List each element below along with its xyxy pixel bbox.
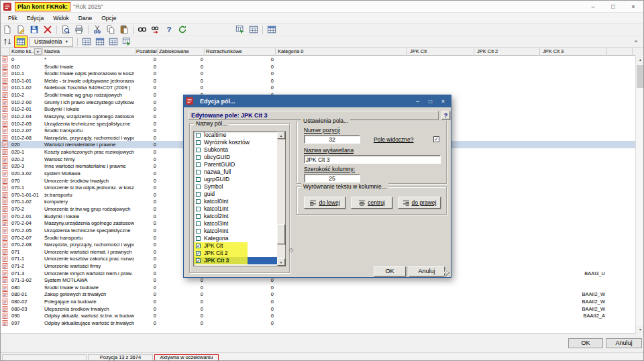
field-checkbox[interactable]: [196, 140, 201, 145]
table-row[interactable]: 080-02Polegające na budowie000BAAII2_W: [1, 298, 635, 305]
new-button[interactable]: [1, 23, 14, 36]
list-scroll-up-button[interactable]: ▲: [277, 132, 285, 139]
column-header-jpk-cit-3[interactable]: JPK Cit 3: [543, 48, 590, 55]
menu-edycja[interactable]: Edycja: [22, 14, 49, 22]
field-checkbox[interactable]: ✓: [196, 258, 201, 263]
dialog-maximize-button[interactable]: □: [424, 95, 437, 107]
column-separator[interactable]: [606, 48, 607, 56]
table-design-button[interactable]: [265, 23, 278, 36]
field-list-item[interactable]: obcyGUID: [194, 154, 277, 161]
field-checkbox[interactable]: [196, 133, 201, 138]
field-list-scrollbar[interactable]: ▲ ▼: [277, 132, 285, 266]
column-separator[interactable]: [204, 48, 205, 56]
table-view-button[interactable]: [247, 23, 260, 36]
find-button[interactable]: [136, 23, 149, 36]
paste-button[interactable]: [117, 23, 131, 36]
column-header-jpk-cit-2[interactable]: JPK Cit 2: [477, 48, 517, 55]
print-button[interactable]: [72, 23, 86, 36]
grid-view-1-button[interactable]: [80, 36, 93, 48]
field-list-item[interactable]: Kategoria: [194, 235, 277, 242]
delete-button[interactable]: [41, 23, 54, 36]
copy-button[interactable]: [104, 23, 117, 36]
field-checkbox[interactable]: [196, 155, 201, 160]
field-list-item[interactable]: katcol4Int: [194, 227, 277, 235]
field-checkbox[interactable]: [196, 148, 201, 152]
list-scroll-down-button[interactable]: ▼: [277, 258, 285, 266]
align-center-button[interactable]: centruj: [351, 197, 392, 209]
field-checkbox[interactable]: [196, 229, 201, 234]
column-header-konto[interactable]: Konto ks...: [11, 48, 34, 55]
cancel-button[interactable]: Anuluj: [606, 338, 642, 348]
table-row[interactable]: 080Środki trwałe w budowie000: [1, 284, 635, 291]
field-checkbox[interactable]: [196, 199, 201, 204]
close-button[interactable]: ×: [623, 1, 643, 13]
field-list-item[interactable]: Wyróżnik kosztów: [194, 139, 277, 146]
table-row[interactable]: 010-1Środki trwałe odpis jednorazowo w k…: [1, 70, 635, 77]
column-width-input[interactable]: [304, 174, 360, 183]
field-list-item[interactable]: katcol3Int: [194, 220, 277, 227]
save-button[interactable]: [28, 23, 41, 36]
maximize-button[interactable]: □: [603, 1, 623, 13]
column-separator[interactable]: [632, 48, 633, 56]
field-list[interactable]: ▲ ▼ localtimeWyróżnik kosztówSubkontaobc…: [193, 131, 286, 266]
field-list-item[interactable]: katcol2Int: [194, 213, 277, 220]
dialog-ok-button[interactable]: OK: [374, 266, 406, 276]
field-list-item[interactable]: ✓JPK Cit 3: [194, 257, 277, 264]
export-table-button[interactable]: [233, 23, 247, 36]
column-separator[interactable]: [42, 48, 43, 56]
field-list-item[interactable]: ✓JPK Cit 2: [194, 250, 277, 257]
edit-button[interactable]: [14, 23, 28, 36]
field-list-item[interactable]: guid: [194, 191, 277, 198]
align-right-button[interactable]: do prawej: [398, 197, 441, 209]
ok-button[interactable]: OK: [568, 338, 603, 348]
field-list-item[interactable]: Symbol: [194, 183, 277, 191]
column-header-kategoria-0[interactable]: Kategoria 0: [278, 48, 358, 55]
table-row[interactable]: 080-03Ulepszenia środków trwałych000BAAI…: [1, 305, 635, 313]
field-checkbox[interactable]: [196, 177, 201, 182]
field-checkbox[interactable]: ✓: [196, 244, 201, 248]
scroll-up-button[interactable]: ▲: [636, 56, 644, 64]
field-checkbox[interactable]: [196, 170, 201, 174]
column-separator[interactable]: [539, 48, 540, 56]
field-list-item[interactable]: katcol0Int: [194, 198, 277, 205]
column-separator[interactable]: [157, 48, 158, 56]
field-list-item[interactable]: ✓JPK Cit: [194, 242, 277, 250]
column-layout-button[interactable]: [14, 36, 28, 48]
field-checkbox[interactable]: [196, 162, 201, 167]
grid-view-3-button[interactable]: [107, 36, 120, 48]
refresh-button[interactable]: [176, 23, 189, 36]
toolbar-close-icon[interactable]: ×: [632, 38, 640, 44]
find-next-button[interactable]: [149, 23, 162, 36]
field-list-item[interactable]: localtime: [194, 132, 277, 139]
dialog-help-button[interactable]: ?: [441, 111, 450, 119]
scroll-down-button[interactable]: ▼: [636, 325, 644, 334]
dialog-minimize-button[interactable]: –: [411, 95, 424, 107]
column-header-nazwa[interactable]: Nazwa: [44, 48, 134, 55]
field-checkbox[interactable]: [196, 192, 201, 197]
column-header-zablokowane[interactable]: Zablokowane: [159, 48, 202, 55]
column-header-pozabilans[interactable]: Pozabilans.: [136, 48, 158, 55]
table-row[interactable]: 010-1-01Meble - śr.trwałe odpisywane jed…: [1, 77, 635, 85]
menu-opcje[interactable]: Opcje: [97, 14, 121, 22]
column-header-rozrachunkowe[interactable]: Rozrachunkowe: [206, 48, 273, 55]
resize-grip[interactable]: [444, 270, 450, 276]
column-separator[interactable]: [275, 48, 276, 56]
minimize-button[interactable]: –: [583, 1, 603, 13]
column-header-jpk-cit[interactable]: JPK Cit: [410, 48, 450, 55]
menu-dane[interactable]: Dane: [74, 14, 97, 22]
vertical-scrollbar[interactable]: ▲ ▼: [635, 56, 644, 334]
column-separator[interactable]: [407, 48, 407, 56]
field-list-item[interactable]: Subkonta: [194, 146, 277, 154]
menu-plik[interactable]: Plik: [3, 14, 22, 22]
table-row[interactable]: 010Środki trwałe000: [1, 63, 635, 70]
dialog-cancel-button[interactable]: Anuluj: [409, 266, 445, 276]
grid-view-2-button[interactable]: [93, 36, 107, 48]
print-preview-button[interactable]: [59, 23, 72, 36]
table-row[interactable]: 097Odpisy aktualizujące wartość śr.trwał…: [1, 319, 635, 327]
field-checkbox[interactable]: [196, 236, 201, 241]
cut-button[interactable]: [91, 23, 104, 36]
field-list-item[interactable]: katcol1Int: [194, 205, 277, 213]
field-list-item[interactable]: ParentGUID: [194, 161, 277, 168]
field-checkbox[interactable]: [196, 207, 201, 211]
list-scrollbar-thumb[interactable]: [277, 224, 285, 244]
